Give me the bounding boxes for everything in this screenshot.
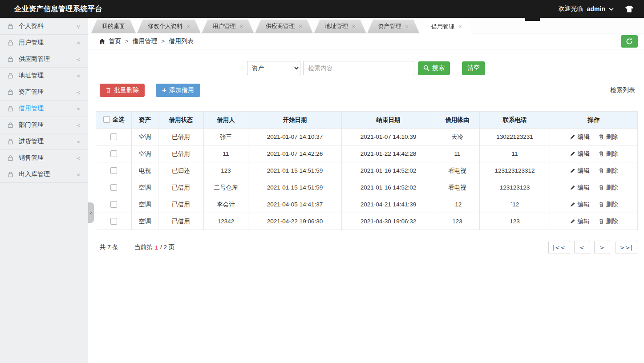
first-page-button[interactable]: |<<	[548, 241, 570, 254]
search-button[interactable]: 搜索	[418, 61, 450, 75]
refresh-button[interactable]	[621, 35, 638, 48]
search-field-select[interactable]: 资产	[247, 61, 300, 75]
next-page-button[interactable]: >	[594, 241, 610, 254]
tab-4[interactable]: 地址管理×	[314, 20, 366, 33]
chevron-down-icon	[609, 8, 614, 11]
bag-icon	[7, 105, 14, 112]
sidebar-item-label: 用户管理	[19, 39, 44, 47]
cell-reason: 123	[435, 213, 480, 230]
select-all-checkbox[interactable]	[103, 116, 110, 123]
tab-3[interactable]: 供应商管理×	[255, 20, 313, 33]
sidebar-item-label: 个人资料	[19, 22, 44, 30]
topbar: 企业资产信息管理系统平台 欢迎光临 admin	[0, 0, 644, 18]
cell-asset: 空调	[132, 213, 158, 230]
tab-close-icon[interactable]: ×	[458, 24, 462, 29]
tab-6[interactable]: 借用管理×	[421, 20, 473, 33]
batch-delete-button[interactable]: 批量删除	[100, 84, 145, 97]
breadcrumb-home[interactable]: 首页	[109, 37, 121, 45]
row-checkbox[interactable]	[110, 201, 117, 208]
bag-icon	[7, 155, 14, 161]
header-status: 借用状态	[158, 112, 204, 129]
delete-label: 删除	[606, 184, 618, 192]
sidebar-item-1[interactable]: 用户管理<	[0, 35, 88, 51]
sidebar-item-7[interactable]: 进货管理<	[0, 133, 88, 150]
sidebar-collapse-handle[interactable]: ‹	[88, 202, 94, 223]
row-checkbox[interactable]	[110, 184, 117, 191]
topbar-dropdown-stub	[525, 18, 540, 21]
row-checkbox-cell	[96, 162, 132, 179]
tab-close-icon[interactable]: ×	[405, 24, 409, 29]
trash-icon	[599, 168, 604, 173]
sidebar-item-label: 资产管理	[19, 88, 44, 96]
tab-5[interactable]: 资产管理×	[367, 20, 419, 33]
sidebar-item-6[interactable]: 部门管理<	[0, 117, 88, 133]
sidebar-item-2[interactable]: 供应商管理<	[0, 51, 88, 68]
clear-button[interactable]: 清空	[462, 61, 485, 75]
sidebar-item-3[interactable]: 地址管理<	[0, 68, 88, 84]
sidebar-item-4[interactable]: 资产管理<	[0, 84, 88, 101]
cell-operations: 编辑删除	[550, 129, 638, 145]
row-checkbox[interactable]	[110, 218, 117, 225]
row-checkbox-cell	[96, 179, 132, 196]
app-title: 企业资产信息管理系统平台	[14, 4, 102, 14]
last-page-button[interactable]: >>|	[616, 241, 637, 254]
row-checkbox[interactable]	[110, 167, 117, 174]
tab-close-icon[interactable]: ×	[186, 24, 190, 29]
tab-close-icon[interactable]: ×	[299, 24, 302, 29]
chevron-icon: <	[77, 155, 80, 161]
breadcrumb-separator: >	[125, 38, 129, 44]
cell-phone: 123123123	[480, 179, 550, 196]
prev-page-button[interactable]: <	[574, 241, 590, 254]
edit-button[interactable]: 编辑	[570, 218, 590, 226]
tab-close-icon[interactable]: ×	[240, 24, 243, 29]
edit-button[interactable]: 编辑	[570, 133, 590, 141]
breadcrumb-level2[interactable]: 借用管理	[133, 37, 158, 45]
edit-button[interactable]: 编辑	[570, 167, 590, 175]
delete-button[interactable]: 删除	[599, 184, 618, 192]
pencil-icon	[570, 151, 575, 157]
list-title: 检索列表	[610, 86, 635, 94]
sidebar-item-5[interactable]: 借用管理>	[0, 101, 88, 117]
trash-icon	[105, 87, 111, 93]
table-row: 空调已借用李会计2021-04-05 14:41:372021-04-21 14…	[96, 196, 638, 213]
tab-label: 供应商管理	[266, 22, 295, 30]
cell-end-date: 2021-04-21 14:41:39	[342, 196, 435, 213]
delete-button[interactable]: 删除	[599, 218, 618, 226]
edit-label: 编辑	[578, 150, 590, 158]
sidebar-item-0[interactable]: 个人资料∨	[0, 18, 88, 35]
edit-button[interactable]: 编辑	[570, 184, 590, 192]
tab-0[interactable]: 我的桌面	[91, 20, 136, 33]
row-checkbox[interactable]	[110, 133, 117, 140]
delete-button[interactable]: 删除	[599, 133, 618, 141]
edit-button[interactable]: 编辑	[570, 201, 590, 209]
tab-close-icon[interactable]: ×	[352, 24, 356, 29]
edit-button[interactable]: 编辑	[570, 150, 590, 158]
tab-1[interactable]: 修改个人资料×	[137, 20, 201, 33]
tab-bar: 我的桌面修改个人资料×用户管理×供应商管理×地址管理×资产管理×借用管理×	[88, 18, 644, 33]
row-checkbox[interactable]	[110, 150, 117, 157]
edit-label: 编辑	[578, 218, 590, 226]
search-input[interactable]	[303, 61, 414, 75]
cell-operations: 编辑删除	[550, 162, 638, 179]
sidebar-item-9[interactable]: 出入库管理<	[0, 166, 88, 183]
delete-button[interactable]: 删除	[599, 201, 618, 209]
bag-icon	[7, 56, 14, 63]
tab-label: 修改个人资料	[148, 22, 182, 30]
add-borrow-button[interactable]: + 添加借用	[156, 84, 200, 97]
sidebar: 个人资料∨用户管理<供应商管理<地址管理<资产管理<借用管理>部门管理<进货管理…	[0, 18, 88, 363]
theme-tshirt-icon[interactable]	[624, 5, 634, 13]
header-start-date: 开始日期	[248, 112, 342, 129]
cell-status: 已借用	[158, 196, 204, 213]
cell-start-date: 2021-04-05 14:41:37	[248, 196, 342, 213]
row-checkbox-cell	[96, 129, 132, 145]
table-row: 空调已借用123422021-04-22 19:06:302021-04-30 …	[96, 213, 638, 230]
delete-button[interactable]: 删除	[599, 150, 618, 158]
header-asset: 资产	[132, 112, 158, 129]
sidebar-item-8[interactable]: 销售管理<	[0, 150, 88, 166]
trash-icon	[599, 151, 604, 157]
admin-dropdown[interactable]: 欢迎光临 admin	[559, 5, 614, 13]
tab-2[interactable]: 用户管理×	[202, 20, 254, 33]
chevron-icon: ∨	[77, 23, 80, 30]
delete-button[interactable]: 删除	[599, 167, 618, 175]
delete-label: 删除	[606, 167, 618, 175]
